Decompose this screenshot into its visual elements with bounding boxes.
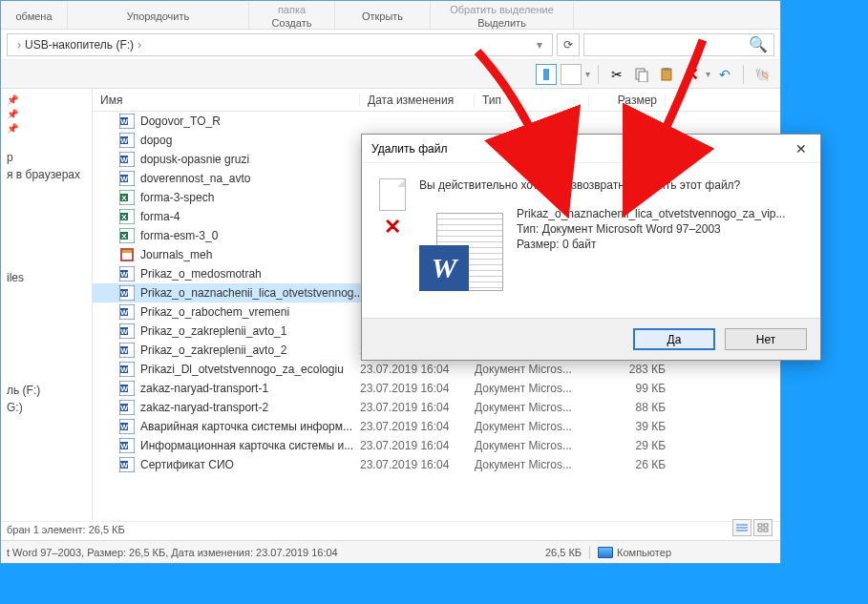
- svg-text:X: X: [121, 232, 127, 240]
- cut-icon[interactable]: ✂: [606, 64, 627, 85]
- chevron-down-icon[interactable]: ▾: [706, 69, 710, 79]
- dialog-filetype: Тип: Документ Microsoft Word 97–2003: [517, 222, 786, 236]
- file-date: 23.07.2019 16:04: [360, 439, 475, 452]
- sidebar-item[interactable]: 📌: [1, 93, 92, 107]
- svg-text:W: W: [120, 404, 128, 412]
- delete-icon[interactable]: ✕: [681, 64, 702, 85]
- sidebar-item[interactable]: G:): [1, 399, 92, 416]
- sidebar-item-label: G:): [7, 401, 23, 414]
- svg-text:W: W: [120, 156, 128, 164]
- status-computer: Компьютер: [598, 547, 671, 558]
- monitor-icon: [598, 547, 613, 558]
- word-file-icon: W: [119, 285, 135, 301]
- file-name: forma-3-spech: [140, 191, 214, 204]
- file-date: 23.07.2019 16:04: [360, 401, 475, 414]
- ribbon-new[interactable]: папкаСоздать: [249, 1, 335, 29]
- dialog-buttons: Да Нет: [362, 318, 820, 360]
- sidebar-item[interactable]: р: [1, 149, 92, 166]
- separator: [598, 65, 599, 84]
- col-name[interactable]: Имя: [93, 94, 360, 107]
- file-row[interactable]: WСертификат СИО23.07.2019 16:04Документ …: [93, 455, 780, 474]
- file-name: zakaz-naryad-transport-1: [140, 382, 268, 395]
- x-mark-icon: ✕: [384, 215, 401, 240]
- file-row[interactable]: WPrikazi_Dl_otvetstvennogo_za_ecologiu23…: [93, 360, 780, 379]
- sidebar-item-label: р: [7, 151, 13, 164]
- pin-icon: 📌: [7, 123, 18, 134]
- word-file-icon: W: [119, 152, 135, 167]
- delete-file-dialog: Удалить файл ✕ ✕ Вы действительно хотите…: [361, 134, 821, 361]
- svg-rect-65: [764, 524, 768, 527]
- sidebar: 📌 📌 📌 р я в браузерах iles ль (F:) G:): [1, 89, 93, 540]
- sidebar-item[interactable]: 📌: [1, 107, 92, 121]
- address-bar[interactable]: › USB-накопитель (F:) › ▾: [7, 33, 553, 56]
- view-pane2-icon[interactable]: [561, 64, 582, 85]
- ribbon-select[interactable]: Обратить выделениеВыделить: [431, 1, 574, 29]
- col-type[interactable]: Тип: [475, 94, 589, 107]
- view-toggle: [732, 519, 773, 536]
- sidebar-item[interactable]: 📌: [1, 121, 92, 135]
- yes-button[interactable]: Да: [633, 328, 715, 350]
- col-size[interactable]: Размер: [589, 94, 666, 107]
- journ-file-icon: [119, 247, 135, 262]
- svg-text:W: W: [120, 175, 128, 183]
- svg-text:W: W: [120, 270, 128, 279]
- view-pane1-icon[interactable]: [536, 64, 557, 85]
- view-details-icon[interactable]: [732, 519, 752, 536]
- ribbon-organize[interactable]: Упорядочить: [68, 1, 249, 29]
- column-header: Имя Дата изменения Тип Размер: [93, 89, 780, 112]
- file-row[interactable]: WDogovor_TO_R: [93, 112, 780, 131]
- file-row[interactable]: Wzakaz-naryad-transport-123.07.2019 16:0…: [93, 379, 780, 398]
- undo-icon[interactable]: ↶: [714, 64, 735, 85]
- sidebar-item[interactable]: ль (F:): [1, 382, 92, 399]
- view-icons-icon[interactable]: [753, 519, 773, 536]
- file-name: forma-4: [140, 210, 180, 223]
- word-file-icon: W: [119, 400, 135, 415]
- file-size: 26 КБ: [589, 458, 666, 471]
- chevron-down-icon[interactable]: ▾: [533, 38, 546, 52]
- file-row[interactable]: WИнформационная карточка системы и...23.…: [93, 436, 780, 455]
- close-button[interactable]: ✕: [792, 141, 811, 156]
- file-name: dopog: [140, 134, 172, 147]
- file-date: 23.07.2019 16:04: [360, 382, 475, 395]
- sidebar-item[interactable]: iles: [1, 269, 92, 286]
- chevron-right-icon: ›: [13, 38, 25, 52]
- paste-icon[interactable]: [656, 64, 677, 85]
- no-button[interactable]: Нет: [725, 328, 807, 350]
- copy-icon[interactable]: [631, 64, 652, 85]
- chevron-down-icon[interactable]: ▾: [585, 69, 590, 79]
- chevron-right-icon: ›: [134, 38, 145, 52]
- word-file-icon: W: [119, 438, 135, 453]
- file-row[interactable]: WАварийная карточка системы информ...23.…: [93, 417, 780, 436]
- sidebar-item[interactable]: я в браузерах: [1, 166, 92, 183]
- svg-text:W: W: [120, 117, 128, 126]
- ribbon-select-top: Обратить выделение: [450, 2, 554, 15]
- search-input[interactable]: 🔍: [583, 33, 774, 56]
- file-row[interactable]: Wzakaz-naryad-transport-223.07.2019 16:0…: [93, 398, 780, 417]
- breadcrumb[interactable]: USB-накопитель (F:): [25, 38, 134, 52]
- sidebar-item-label: ль (F:): [7, 384, 40, 397]
- svg-text:X: X: [121, 194, 127, 202]
- file-name: Prikaz_o_zakreplenii_avto_2: [140, 344, 286, 357]
- col-date[interactable]: Дата изменения: [360, 94, 475, 107]
- file-type: Документ Micros...: [475, 382, 589, 395]
- sidebar-item-label: я в браузерах: [7, 168, 80, 181]
- shell-icon[interactable]: 🐚: [752, 64, 773, 85]
- word-file-icon: W: [119, 419, 135, 434]
- file-name: Аварийная карточка системы информ...: [140, 420, 352, 433]
- file-date: 23.07.2019 16:04: [360, 458, 475, 471]
- ribbon-clipboard-label: обмена: [15, 9, 52, 22]
- xls-file-icon: X: [119, 190, 135, 205]
- word-file-icon: W: [419, 213, 505, 299]
- file-name: Prikaz_o_zakreplenii_avto_1: [140, 324, 286, 338]
- svg-rect-64: [758, 524, 762, 527]
- ribbon-open[interactable]: Открыть: [335, 1, 431, 29]
- word-file-icon: W: [119, 381, 135, 396]
- file-size: 88 КБ: [589, 401, 666, 414]
- word-file-icon: W: [119, 343, 135, 358]
- refresh-button[interactable]: ⟳: [557, 33, 580, 56]
- ribbon-clipboard[interactable]: обмена: [1, 1, 68, 29]
- file-name: dopusk-opasnie gruzi: [140, 153, 249, 166]
- svg-text:W: W: [120, 461, 128, 469]
- dialog-filesize: Размер: 0 байт: [517, 238, 786, 251]
- word-file-icon: W: [119, 133, 135, 148]
